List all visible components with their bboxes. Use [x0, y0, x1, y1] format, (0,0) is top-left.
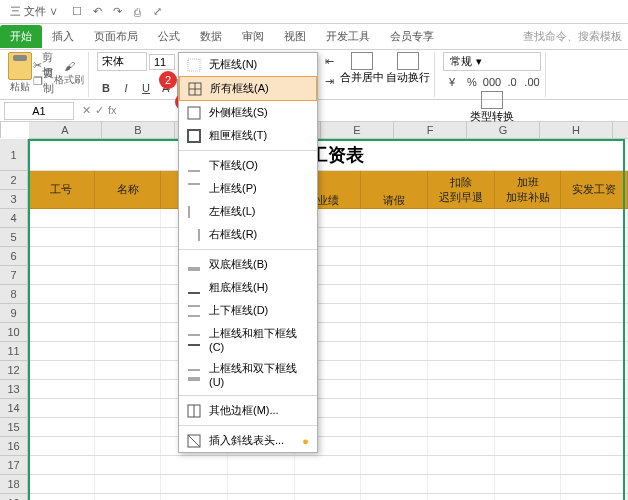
- indent-inc[interactable]: ⇥: [320, 72, 338, 90]
- painter-icon[interactable]: 🖌: [61, 59, 77, 73]
- row-8[interactable]: 8: [0, 285, 28, 304]
- col-A[interactable]: A: [29, 122, 102, 139]
- data-row[interactable]: [28, 285, 628, 304]
- col-I[interactable]: I: [613, 122, 628, 139]
- row-17[interactable]: 17: [0, 456, 28, 475]
- bold-button[interactable]: B: [97, 79, 115, 97]
- row-16[interactable]: 16: [0, 437, 28, 456]
- border-item[interactable]: 无框线(N): [179, 53, 317, 76]
- header-row[interactable]: 工号 名称 业绩 请假 扣除迟到早退 加班加班补贴 实发工资: [28, 171, 628, 209]
- row-3[interactable]: 3: [0, 190, 28, 209]
- data-row[interactable]: [28, 361, 628, 380]
- row-12[interactable]: 12: [0, 361, 28, 380]
- wrap-button[interactable]: 自动换行: [386, 52, 430, 90]
- number-format-select[interactable]: 常规 ▾: [443, 52, 541, 71]
- data-row[interactable]: [28, 494, 628, 500]
- dec-dec-icon[interactable]: .00: [523, 73, 541, 91]
- confirm-icon[interactable]: ✓: [95, 104, 104, 117]
- preview-icon[interactable]: ⤢: [148, 3, 166, 21]
- data-row[interactable]: [28, 399, 628, 418]
- row-6[interactable]: 6: [0, 247, 28, 266]
- row-15[interactable]: 15: [0, 418, 28, 437]
- name-box[interactable]: A1: [4, 102, 74, 120]
- title-cell[interactable]: 部工资表: [28, 139, 628, 171]
- font-name-select[interactable]: 宋体: [97, 52, 147, 71]
- border-item[interactable]: 上框线(P): [179, 177, 317, 200]
- data-row[interactable]: [28, 228, 628, 247]
- dec-inc-icon[interactable]: .0: [503, 73, 521, 91]
- data-row[interactable]: [28, 266, 628, 285]
- tab-layout[interactable]: 页面布局: [84, 25, 148, 48]
- data-row[interactable]: [28, 418, 628, 437]
- tab-dev[interactable]: 开发工具: [316, 25, 380, 48]
- cancel-icon[interactable]: ✕: [82, 104, 91, 117]
- save-icon[interactable]: ☐: [68, 3, 86, 21]
- tab-view[interactable]: 视图: [274, 25, 316, 48]
- col-F[interactable]: F: [394, 122, 467, 139]
- border-item[interactable]: 粗底框线(H): [179, 276, 317, 299]
- border-item[interactable]: 下框线(O): [179, 154, 317, 177]
- fx-icon[interactable]: fx: [108, 104, 117, 117]
- redo-icon[interactable]: ↷: [108, 3, 126, 21]
- type-convert-button[interactable]: 类型转换: [443, 91, 541, 124]
- tab-formula[interactable]: 公式: [148, 25, 190, 48]
- data-row[interactable]: [28, 323, 628, 342]
- merge-button[interactable]: 合并居中: [340, 52, 384, 90]
- border-item[interactable]: 外侧框线(S): [179, 101, 317, 124]
- row-10[interactable]: 10: [0, 323, 28, 342]
- italic-button[interactable]: I: [117, 79, 135, 97]
- border-item[interactable]: 所有框线(A): [179, 76, 317, 101]
- col-H[interactable]: H: [540, 122, 613, 139]
- row-4[interactable]: 4: [0, 209, 28, 228]
- data-row[interactable]: [28, 380, 628, 399]
- data-row[interactable]: [28, 342, 628, 361]
- data-row[interactable]: [28, 475, 628, 494]
- border-item[interactable]: 上框线和粗下框线(C): [179, 322, 317, 357]
- font-size-select[interactable]: 11: [149, 54, 175, 70]
- border-item[interactable]: 右框线(R): [179, 223, 317, 246]
- file-menu[interactable]: 三 文件 ∨: [4, 2, 64, 21]
- row-18[interactable]: 18: [0, 475, 28, 494]
- indent-dec[interactable]: ⇤: [320, 52, 338, 70]
- select-all-corner[interactable]: [0, 122, 1, 138]
- row-11[interactable]: 11: [0, 342, 28, 361]
- col-E[interactable]: E: [321, 122, 394, 139]
- tab-start[interactable]: 开始: [0, 25, 42, 48]
- row-5[interactable]: 5: [0, 228, 28, 247]
- column-headers[interactable]: ABCDEFGHI: [29, 122, 628, 139]
- data-row[interactable]: [28, 247, 628, 266]
- tab-data[interactable]: 数据: [190, 25, 232, 48]
- print-icon[interactable]: ⎙: [128, 3, 146, 21]
- row-1[interactable]: 1: [0, 139, 28, 171]
- col-B[interactable]: B: [102, 122, 175, 139]
- border-dropdown[interactable]: 无框线(N)所有框线(A)外侧框线(S)粗匣框线(T)下框线(O)上框线(P)左…: [178, 52, 318, 453]
- row-headers[interactable]: 1234567891011121314151617181920212223: [0, 139, 28, 500]
- percent-icon[interactable]: %: [463, 73, 481, 91]
- row-9[interactable]: 9: [0, 304, 28, 323]
- currency-icon[interactable]: ¥: [443, 73, 461, 91]
- tab-review[interactable]: 审阅: [232, 25, 274, 48]
- tab-insert[interactable]: 插入: [42, 25, 84, 48]
- col-G[interactable]: G: [467, 122, 540, 139]
- undo-icon[interactable]: ↶: [88, 3, 106, 21]
- data-row[interactable]: [28, 456, 628, 475]
- cells-area[interactable]: 部工资表 工号 名称 业绩 请假 扣除迟到早退 加班加班补贴 实发工资: [28, 139, 628, 500]
- copy-button[interactable]: ❐ 复制: [35, 74, 51, 88]
- paste-icon[interactable]: [8, 52, 32, 80]
- data-row[interactable]: [28, 437, 628, 456]
- row-13[interactable]: 13: [0, 380, 28, 399]
- row-7[interactable]: 7: [0, 266, 28, 285]
- border-item[interactable]: 上框线和双下框线(U): [179, 357, 317, 392]
- data-row[interactable]: [28, 304, 628, 323]
- border-item[interactable]: 粗匣框线(T): [179, 124, 317, 147]
- search-hint[interactable]: 查找命令、搜索模板: [517, 29, 628, 44]
- border-item[interactable]: 左框线(L): [179, 200, 317, 223]
- row-19[interactable]: 19: [0, 494, 28, 500]
- border-item[interactable]: 其他边框(M)...: [179, 399, 317, 422]
- row-14[interactable]: 14: [0, 399, 28, 418]
- border-item[interactable]: 上下框线(D): [179, 299, 317, 322]
- row-2[interactable]: 2: [0, 171, 28, 190]
- border-item[interactable]: 双底框线(B): [179, 253, 317, 276]
- thousand-icon[interactable]: 000: [483, 73, 501, 91]
- underline-button[interactable]: U: [137, 79, 155, 97]
